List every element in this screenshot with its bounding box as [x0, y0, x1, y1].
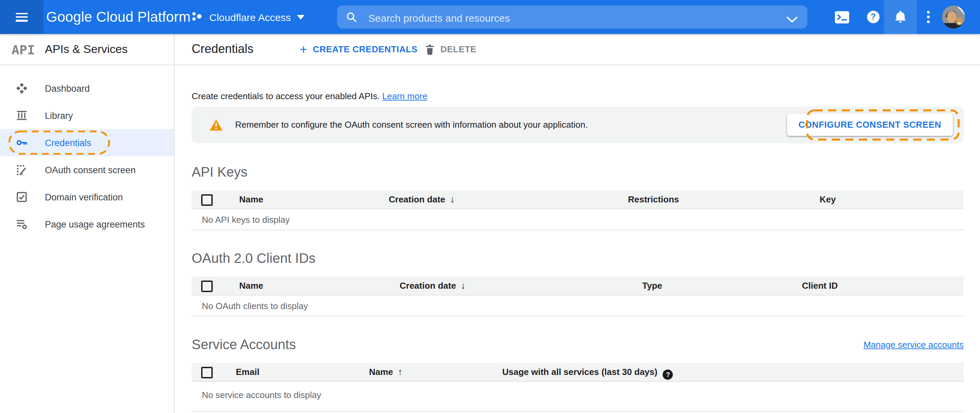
column-header-creation-date[interactable]: Creation date↓ [389, 190, 455, 208]
project-hexagons-icon [191, 11, 203, 23]
service-accounts-empty-message: No service accounts to display [192, 382, 964, 411]
manage-service-accounts-link[interactable]: Manage service accounts [864, 339, 964, 349]
sidebar-item-library[interactable]: Library [0, 102, 174, 129]
select-all-checkbox[interactable] [201, 367, 213, 378]
trash-icon [425, 43, 435, 56]
sort-ascending-icon: ↑ [398, 366, 402, 377]
search-input[interactable] [367, 5, 764, 30]
library-icon [16, 110, 27, 121]
oauth-clients-empty-message: No OAuth clients to display [192, 295, 964, 316]
consent-warning-banner: Remember to configure the OAuth consent … [192, 106, 964, 143]
plus-icon: + [300, 43, 307, 56]
warning-icon [209, 119, 223, 131]
select-all-checkbox[interactable] [201, 194, 213, 206]
page-header: Credentials + CREATE CREDENTIALS DELETE [175, 34, 980, 65]
svg-text:?: ? [870, 12, 876, 21]
column-header-key[interactable]: Key [819, 190, 836, 208]
avatar-photo [942, 5, 965, 29]
usage-help-icon[interactable]: ? [663, 370, 673, 380]
sidebar-item-domain-verification[interactable]: Domain verification [0, 183, 174, 211]
page-usage-icon [16, 219, 27, 230]
cloud-shell-button[interactable] [826, 0, 858, 34]
sidebar-item-label: Library [45, 110, 73, 121]
domain-verification-icon [16, 192, 27, 202]
column-header-type[interactable]: Type [642, 276, 662, 295]
dashboard-icon [16, 83, 27, 94]
api-keys-section-header: API Keys [192, 164, 964, 180]
search-icon [346, 11, 357, 22]
column-header-restrictions[interactable]: Restrictions [628, 190, 679, 208]
chevron-down-icon [786, 16, 798, 22]
sidebar-item-label: Dashboard [45, 83, 90, 94]
sidebar-nav: Dashboard Library [0, 65, 174, 238]
create-credentials-button[interactable]: + CREATE CREDENTIALS [296, 34, 422, 65]
key-icon [16, 137, 27, 148]
page-description: Create credentials to access your enable… [192, 91, 964, 102]
sidebar-item-label: OAuth consent screen [45, 165, 135, 175]
main-panel: Credentials + CREATE CREDENTIALS DELETE … [175, 34, 980, 413]
page-content: Create credentials to access your enable… [175, 91, 980, 411]
column-header-name[interactable]: Name↑ [369, 363, 402, 381]
project-name: Cloudflare Access [209, 11, 291, 23]
learn-more-link[interactable]: Learn more [382, 91, 428, 101]
navigation-menu-button[interactable] [0, 0, 43, 34]
description-text: Create credentials to access your enable… [192, 91, 380, 101]
sidebar-item-label: Page usage agreements [45, 219, 145, 229]
api-keys-title: API Keys [192, 164, 248, 180]
kebab-menu-icon [927, 11, 930, 23]
column-header-email[interactable]: Email [236, 363, 259, 381]
project-dropdown-arrow-icon [297, 14, 304, 19]
sidebar-item-credentials[interactable]: Credentials [0, 129, 174, 156]
more-options-button[interactable] [913, 0, 944, 34]
oauth-clients-table-header: Name Creation date↓ Type Client ID [192, 276, 964, 295]
sidebar-item-dashboard[interactable]: Dashboard [0, 75, 174, 102]
column-header-usage[interactable]: Usage with all services (last 30 days)? [502, 363, 673, 381]
apis-services-icon: API [11, 42, 41, 57]
sidebar-item-oauth-consent-screen[interactable]: OAuth consent screen [0, 156, 174, 183]
notifications-button[interactable] [884, 0, 917, 34]
cloud-shell-icon [835, 11, 850, 24]
select-all-checkbox[interactable] [201, 281, 213, 292]
sidebar-item-label: Credentials [45, 138, 91, 148]
delete-button[interactable]: DELETE [421, 34, 480, 65]
sidebar: API APIs & Services Dashboard [0, 34, 175, 413]
service-accounts-title: Service Accounts [192, 336, 296, 353]
gcp-console-window: Google Cloud Platform Cloudflare Access [0, 0, 980, 413]
sort-descending-icon: ↓ [461, 280, 466, 291]
account-avatar[interactable] [942, 5, 965, 29]
column-header-creation-date[interactable]: Creation date↓ [399, 276, 466, 295]
api-keys-empty-message: No API keys to display [192, 209, 964, 230]
hamburger-icon [16, 13, 28, 21]
oauth-clients-title: OAuth 2.0 Client IDs [192, 250, 316, 266]
column-header-name[interactable]: Name [239, 276, 263, 295]
oauth-clients-section-header: OAuth 2.0 Client IDs [192, 250, 964, 266]
sort-descending-icon: ↓ [450, 194, 455, 205]
sidebar-item-label: Domain verification [45, 192, 123, 202]
project-selector[interactable]: Cloudflare Access [191, 0, 304, 34]
sidebar-title: APIs & Services [45, 43, 128, 56]
service-accounts-section-header: Service Accounts Manage service accounts [192, 336, 964, 353]
sidebar-item-page-usage-agreements[interactable]: Page usage agreements [0, 211, 174, 238]
page-title: Credentials [192, 34, 253, 65]
delete-label: DELETE [441, 44, 476, 54]
gcp-logo[interactable]: Google Cloud Platform [46, 0, 191, 34]
service-accounts-table-header: Email Name↑ Usage with all services (las… [192, 363, 964, 382]
search-expand-button[interactable] [786, 14, 798, 24]
create-credentials-label: CREATE CREDENTIALS [313, 44, 418, 54]
help-icon: ? [867, 10, 880, 24]
notification-bell-icon [894, 10, 907, 24]
app-bar: Google Cloud Platform Cloudflare Access [0, 0, 980, 34]
oauth-consent-icon [16, 164, 27, 175]
column-header-client-id[interactable]: Client ID [802, 276, 838, 295]
sidebar-header: API APIs & Services [0, 34, 174, 65]
banner-message: Remember to configure the OAuth consent … [235, 106, 588, 143]
api-keys-table-header: Name Creation date↓ Restrictions Key [192, 190, 964, 209]
column-header-name[interactable]: Name [239, 190, 263, 208]
search-bar [337, 5, 807, 29]
configure-consent-screen-button[interactable]: CONFIGURE CONSENT SCREEN [787, 113, 953, 136]
